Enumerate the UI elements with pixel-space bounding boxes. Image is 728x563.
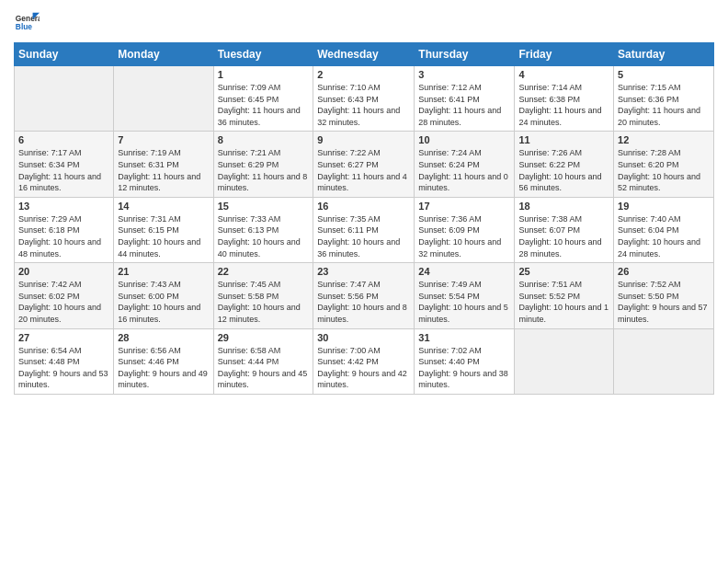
logo: General Blue [14, 9, 40, 35]
day-number: 12 [618, 134, 710, 145]
day-number: 2 [317, 69, 410, 80]
calendar-page: General Blue SundayMondayTuesdayWednesda… [0, 0, 728, 563]
day-number: 5 [618, 69, 710, 80]
calendar-cell: 17 Sunrise: 7:36 AM Sunset: 6:09 PM Dayl… [415, 197, 515, 262]
calendar-cell: 21 Sunrise: 7:43 AM Sunset: 6:00 PM Dayl… [114, 263, 213, 328]
calendar-cell: 18 Sunrise: 7:38 AM Sunset: 6:07 PM Dayl… [515, 197, 614, 262]
calendar-cell: 29 Sunrise: 6:58 AM Sunset: 4:44 PM Dayl… [213, 328, 313, 394]
day-info: Sunrise: 7:38 AM Sunset: 6:07 PM Dayligh… [518, 213, 609, 259]
calendar-cell [515, 328, 614, 394]
day-info: Sunrise: 7:43 AM Sunset: 6:00 PM Dayligh… [118, 279, 209, 325]
weekday-header-wednesday: Wednesday [313, 43, 415, 66]
calendar-cell: 23 Sunrise: 7:47 AM Sunset: 5:56 PM Dayl… [313, 263, 415, 328]
calendar-cell: 27 Sunrise: 6:54 AM Sunset: 4:48 PM Dayl… [15, 328, 114, 394]
day-number: 11 [518, 134, 609, 145]
day-number: 29 [218, 332, 310, 343]
calendar-cell: 16 Sunrise: 7:35 AM Sunset: 6:11 PM Dayl… [313, 197, 415, 262]
page-header: General Blue [14, 9, 714, 35]
calendar-cell: 4 Sunrise: 7:14 AM Sunset: 6:38 PM Dayli… [515, 66, 614, 132]
calendar-cell: 20 Sunrise: 7:42 AM Sunset: 6:02 PM Dayl… [15, 263, 114, 328]
day-number: 17 [418, 201, 510, 212]
day-number: 30 [317, 332, 410, 343]
day-number: 18 [518, 201, 609, 212]
calendar-cell [614, 328, 714, 394]
day-number: 15 [218, 201, 310, 212]
weekday-header-thursday: Thursday [415, 43, 515, 66]
day-info: Sunrise: 7:36 AM Sunset: 6:09 PM Dayligh… [418, 213, 510, 259]
day-number: 6 [18, 134, 109, 145]
calendar-cell: 6 Sunrise: 7:17 AM Sunset: 6:34 PM Dayli… [15, 132, 114, 197]
calendar-cell: 14 Sunrise: 7:31 AM Sunset: 6:15 PM Dayl… [114, 197, 213, 262]
day-number: 23 [317, 266, 410, 277]
weekday-header-row: SundayMondayTuesdayWednesdayThursdayFrid… [15, 43, 714, 66]
calendar-cell: 11 Sunrise: 7:26 AM Sunset: 6:22 PM Dayl… [515, 132, 614, 197]
day-info: Sunrise: 6:56 AM Sunset: 4:46 PM Dayligh… [118, 345, 209, 391]
day-number: 16 [317, 201, 410, 212]
calendar-cell: 2 Sunrise: 7:10 AM Sunset: 6:43 PM Dayli… [313, 66, 415, 132]
day-number: 1 [218, 69, 310, 80]
day-number: 3 [418, 69, 510, 80]
day-number: 14 [118, 201, 209, 212]
day-number: 26 [618, 266, 710, 277]
day-number: 20 [18, 266, 109, 277]
day-info: Sunrise: 6:54 AM Sunset: 4:48 PM Dayligh… [18, 345, 109, 391]
day-number: 8 [218, 134, 310, 145]
day-info: Sunrise: 7:45 AM Sunset: 5:58 PM Dayligh… [218, 279, 310, 325]
calendar-cell: 12 Sunrise: 7:28 AM Sunset: 6:20 PM Dayl… [614, 132, 714, 197]
calendar-cell: 1 Sunrise: 7:09 AM Sunset: 6:45 PM Dayli… [213, 66, 313, 132]
week-row-1: 1 Sunrise: 7:09 AM Sunset: 6:45 PM Dayli… [15, 66, 714, 132]
day-info: Sunrise: 7:29 AM Sunset: 6:18 PM Dayligh… [18, 213, 109, 259]
day-info: Sunrise: 7:24 AM Sunset: 6:24 PM Dayligh… [418, 147, 510, 193]
day-number: 7 [118, 134, 209, 145]
svg-text:Blue: Blue [16, 22, 32, 31]
day-info: Sunrise: 7:14 AM Sunset: 6:38 PM Dayligh… [518, 82, 609, 128]
calendar-cell: 22 Sunrise: 7:45 AM Sunset: 5:58 PM Dayl… [213, 263, 313, 328]
calendar-cell [15, 66, 114, 132]
day-info: Sunrise: 7:52 AM Sunset: 5:50 PM Dayligh… [618, 279, 710, 325]
calendar-cell: 8 Sunrise: 7:21 AM Sunset: 6:29 PM Dayli… [213, 132, 313, 197]
calendar-cell [114, 66, 213, 132]
day-number: 21 [118, 266, 209, 277]
day-number: 25 [518, 266, 609, 277]
weekday-header-friday: Friday [515, 43, 614, 66]
day-info: Sunrise: 7:47 AM Sunset: 5:56 PM Dayligh… [317, 279, 410, 325]
day-info: Sunrise: 7:19 AM Sunset: 6:31 PM Dayligh… [118, 147, 209, 193]
day-number: 22 [218, 266, 310, 277]
day-number: 9 [317, 134, 410, 145]
day-info: Sunrise: 7:00 AM Sunset: 4:42 PM Dayligh… [317, 345, 410, 391]
calendar-cell: 19 Sunrise: 7:40 AM Sunset: 6:04 PM Dayl… [614, 197, 714, 262]
week-row-2: 6 Sunrise: 7:17 AM Sunset: 6:34 PM Dayli… [15, 132, 714, 197]
day-number: 4 [518, 69, 609, 80]
weekday-header-sunday: Sunday [15, 43, 114, 66]
calendar-cell: 3 Sunrise: 7:12 AM Sunset: 6:41 PM Dayli… [415, 66, 515, 132]
week-row-3: 13 Sunrise: 7:29 AM Sunset: 6:18 PM Dayl… [15, 197, 714, 262]
day-info: Sunrise: 7:09 AM Sunset: 6:45 PM Dayligh… [218, 82, 310, 128]
calendar-cell: 9 Sunrise: 7:22 AM Sunset: 6:27 PM Dayli… [313, 132, 415, 197]
day-info: Sunrise: 7:31 AM Sunset: 6:15 PM Dayligh… [118, 213, 209, 259]
day-info: Sunrise: 7:40 AM Sunset: 6:04 PM Dayligh… [618, 213, 710, 259]
weekday-header-tuesday: Tuesday [213, 43, 313, 66]
calendar-cell: 28 Sunrise: 6:56 AM Sunset: 4:46 PM Dayl… [114, 328, 213, 394]
calendar-cell: 15 Sunrise: 7:33 AM Sunset: 6:13 PM Dayl… [213, 197, 313, 262]
day-number: 13 [18, 201, 109, 212]
day-number: 10 [418, 134, 510, 145]
logo-icon: General Blue [14, 9, 40, 35]
calendar-cell: 31 Sunrise: 7:02 AM Sunset: 4:40 PM Dayl… [415, 328, 515, 394]
week-row-5: 27 Sunrise: 6:54 AM Sunset: 4:48 PM Dayl… [15, 328, 714, 394]
day-info: Sunrise: 7:35 AM Sunset: 6:11 PM Dayligh… [317, 213, 410, 259]
day-info: Sunrise: 7:22 AM Sunset: 6:27 PM Dayligh… [317, 147, 410, 193]
calendar-cell: 5 Sunrise: 7:15 AM Sunset: 6:36 PM Dayli… [614, 66, 714, 132]
day-info: Sunrise: 6:58 AM Sunset: 4:44 PM Dayligh… [218, 345, 310, 391]
weekday-header-monday: Monday [114, 43, 213, 66]
day-number: 24 [418, 266, 510, 277]
day-number: 27 [18, 332, 109, 343]
calendar-cell: 13 Sunrise: 7:29 AM Sunset: 6:18 PM Dayl… [15, 197, 114, 262]
day-number: 31 [418, 332, 510, 343]
calendar-cell: 7 Sunrise: 7:19 AM Sunset: 6:31 PM Dayli… [114, 132, 213, 197]
weekday-header-saturday: Saturday [614, 43, 714, 66]
day-info: Sunrise: 7:42 AM Sunset: 6:02 PM Dayligh… [18, 279, 109, 325]
calendar-cell: 30 Sunrise: 7:00 AM Sunset: 4:42 PM Dayl… [313, 328, 415, 394]
day-info: Sunrise: 7:10 AM Sunset: 6:43 PM Dayligh… [317, 82, 410, 128]
day-info: Sunrise: 7:33 AM Sunset: 6:13 PM Dayligh… [218, 213, 310, 259]
day-number: 28 [118, 332, 209, 343]
